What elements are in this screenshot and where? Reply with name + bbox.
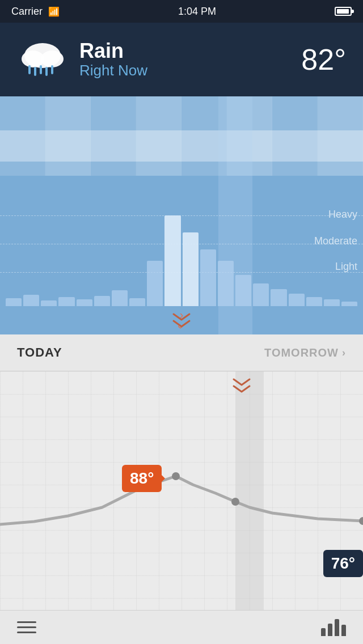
weather-header: Rain Right Now 82° xyxy=(0,23,363,96)
carrier-label: Carrier xyxy=(11,6,43,18)
white-stripe xyxy=(0,130,363,162)
tomorrow-arrow: › xyxy=(342,347,346,359)
svg-point-2 xyxy=(41,50,64,67)
bar-19 xyxy=(324,299,340,306)
rain-cloud-icon xyxy=(17,34,68,85)
stats-bar-3 xyxy=(335,619,339,636)
bar-11 xyxy=(183,232,199,306)
svg-point-8 xyxy=(172,472,180,480)
bar-12 xyxy=(200,249,216,306)
svg-rect-7 xyxy=(51,65,53,74)
stats-bar-4 xyxy=(341,625,346,636)
status-left: Carrier 📶 xyxy=(11,6,60,18)
svg-rect-6 xyxy=(45,67,48,76)
bar-4 xyxy=(58,297,74,306)
rain-bar-chart xyxy=(0,193,363,306)
rain-chart-section: Heavy Moderate Light › › xyxy=(0,96,363,334)
bar-3 xyxy=(41,300,57,306)
status-bar: Carrier 📶 1:04 PM xyxy=(0,0,363,23)
weather-temperature: 82° xyxy=(301,43,346,77)
bar-18 xyxy=(306,297,322,306)
svg-rect-3 xyxy=(28,65,31,74)
stats-button[interactable] xyxy=(321,619,346,636)
today-label[interactable]: TODAY xyxy=(17,345,264,360)
svg-rect-4 xyxy=(34,67,36,76)
bar-13 xyxy=(218,261,234,306)
battery-area xyxy=(335,7,352,16)
bar-14 xyxy=(235,275,251,306)
tomorrow-label[interactable]: TOMORROW › xyxy=(264,346,346,359)
bar-10 xyxy=(164,215,180,306)
stats-bar-1 xyxy=(321,628,326,636)
bottom-toolbar xyxy=(0,610,363,644)
bar-6 xyxy=(94,296,110,306)
menu-button[interactable] xyxy=(17,621,36,633)
bar-8 xyxy=(129,298,145,306)
temp-line-chart xyxy=(0,371,363,564)
temp-chart-section: 88° 76° xyxy=(0,371,363,610)
svg-rect-5 xyxy=(40,65,42,74)
bar-16 xyxy=(271,289,286,306)
time-label: 1:04 PM xyxy=(178,6,216,18)
wifi-icon: 📶 xyxy=(48,6,60,17)
bar-1 xyxy=(6,298,22,306)
nav-bar[interactable]: TODAY TOMORROW › xyxy=(0,334,363,371)
bar-5 xyxy=(77,299,92,306)
battery-icon xyxy=(335,7,352,16)
rain-chevron-icon xyxy=(171,313,192,330)
current-temp-badge: 76° xyxy=(323,550,363,577)
bar-2 xyxy=(23,295,39,306)
bar-20 xyxy=(341,302,357,306)
hamburger-line-2 xyxy=(17,626,36,628)
bar-7 xyxy=(112,290,128,306)
bar-15 xyxy=(253,283,269,306)
svg-point-9 xyxy=(231,498,239,506)
high-temp-badge: 88° xyxy=(122,465,162,492)
hamburger-line-1 xyxy=(17,621,36,623)
hamburger-line-3 xyxy=(17,632,36,633)
svg-point-10 xyxy=(359,517,363,525)
bar-17 xyxy=(289,294,305,306)
stats-bar-2 xyxy=(328,624,332,636)
bar-9 xyxy=(147,261,163,306)
